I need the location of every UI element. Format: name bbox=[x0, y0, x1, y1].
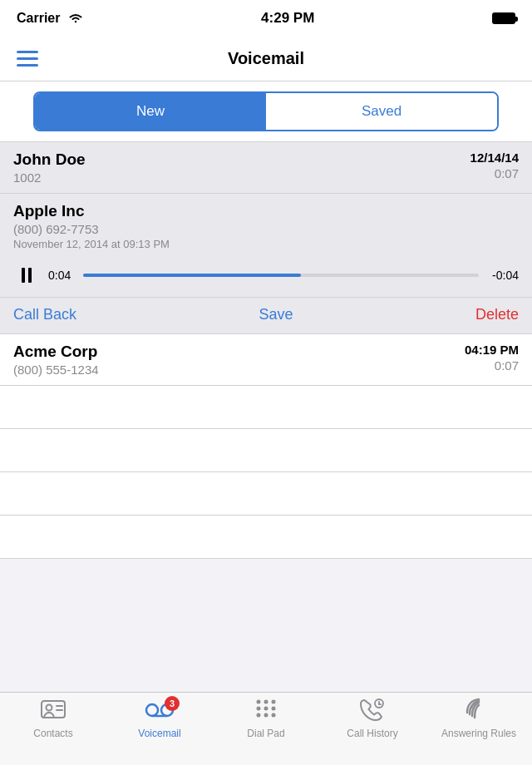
progress-bar[interactable] bbox=[83, 274, 479, 277]
segment-container: New Saved bbox=[0, 81, 532, 142]
hamburger-icon bbox=[17, 57, 38, 60]
item-right: 12/14/14 0:07 bbox=[470, 151, 519, 180]
expanded-left: Apple Inc (800) 692-7753 November 12, 20… bbox=[13, 202, 170, 250]
segment-new[interactable]: New bbox=[35, 93, 266, 130]
voicemail-icon-wrap: 3 bbox=[143, 699, 176, 724]
contact-name: Apple Inc bbox=[13, 202, 170, 220]
tab-answering-label: Answering Rules bbox=[441, 728, 516, 739]
svg-point-13 bbox=[257, 713, 261, 717]
svg-point-1 bbox=[47, 704, 52, 710]
battery-indicator bbox=[492, 12, 515, 24]
time-remaining: -0:04 bbox=[487, 269, 519, 282]
pause-icon bbox=[22, 268, 32, 283]
contacts-icon-wrap bbox=[37, 699, 70, 724]
list-item[interactable]: Acme Corp (800) 555-1234 04:19 PM 0:07 bbox=[0, 334, 532, 386]
empty-row bbox=[0, 386, 532, 429]
svg-point-11 bbox=[264, 706, 268, 710]
contact-phone: (800) 555-1234 bbox=[13, 363, 465, 377]
tab-callhistory-label: Call History bbox=[347, 728, 397, 739]
svg-point-8 bbox=[264, 699, 268, 703]
tab-answering[interactable]: Answering Rules bbox=[426, 699, 532, 739]
svg-point-10 bbox=[257, 706, 261, 710]
item-left: Acme Corp (800) 555-1234 bbox=[13, 343, 465, 377]
list-item[interactable]: John Doe 1002 12/14/14 0:07 bbox=[0, 142, 532, 194]
item-date: 04:19 PM bbox=[465, 343, 519, 357]
tab-voicemail[interactable]: 3 Voicemail bbox=[106, 699, 213, 739]
item-right: 04:19 PM 0:07 bbox=[465, 343, 519, 373]
progress-fill bbox=[83, 274, 301, 277]
svg-point-9 bbox=[272, 699, 276, 703]
status-bar: Carrier 4:29 PM bbox=[0, 0, 532, 37]
nav-bar: Voicemail bbox=[0, 37, 532, 81]
menu-button[interactable] bbox=[17, 51, 38, 67]
contact-phone: (800) 692-7753 bbox=[13, 222, 170, 236]
svg-point-7 bbox=[257, 699, 261, 703]
action-buttons: Call Back Save Delete bbox=[0, 298, 532, 334]
time-elapsed: 0:04 bbox=[48, 269, 75, 282]
tab-contacts[interactable]: Contacts bbox=[0, 699, 106, 739]
callback-button[interactable]: Call Back bbox=[13, 306, 76, 323]
segment-control: New Saved bbox=[33, 91, 499, 131]
audio-player: 0:04 -0:04 bbox=[13, 254, 519, 297]
empty-row bbox=[0, 516, 532, 559]
empty-row bbox=[0, 429, 532, 472]
tab-dialpad[interactable]: Dial Pad bbox=[213, 699, 319, 739]
tab-bar: Contacts 3 Voicemail bbox=[0, 692, 532, 765]
tab-contacts-label: Contacts bbox=[33, 728, 72, 739]
contact-name: John Doe bbox=[13, 151, 470, 169]
voicemail-list: John Doe 1002 12/14/14 0:07 Apple Inc (8… bbox=[0, 142, 532, 559]
svg-point-4 bbox=[146, 704, 158, 716]
page-title: Voicemail bbox=[228, 49, 304, 68]
svg-point-15 bbox=[272, 713, 276, 717]
tab-voicemail-label: Voicemail bbox=[138, 728, 180, 739]
item-duration: 0:07 bbox=[465, 358, 519, 373]
contacts-icon bbox=[40, 698, 66, 727]
item-duration: 0:07 bbox=[470, 166, 519, 180]
voicemail-badge: 3 bbox=[165, 696, 180, 711]
list-item-expanded[interactable]: Apple Inc (800) 692-7753 November 12, 20… bbox=[0, 194, 532, 298]
tab-dialpad-label: Dial Pad bbox=[247, 728, 284, 739]
svg-point-12 bbox=[272, 706, 276, 710]
item-date: 12/14/14 bbox=[470, 151, 519, 165]
expanded-header: Apple Inc (800) 692-7753 November 12, 20… bbox=[13, 202, 519, 250]
save-button[interactable]: Save bbox=[259, 306, 293, 323]
svg-point-14 bbox=[264, 713, 268, 717]
dialpad-icon-wrap bbox=[249, 699, 283, 724]
tab-callhistory[interactable]: Call History bbox=[319, 699, 426, 739]
carrier-label: Carrier bbox=[17, 11, 83, 26]
delete-button[interactable]: Delete bbox=[475, 306, 519, 323]
empty-row bbox=[0, 472, 532, 516]
contact-name: Acme Corp bbox=[13, 343, 465, 361]
callhistory-icon bbox=[359, 697, 386, 728]
contact-datetime: November 12, 2014 at 09:13 PM bbox=[13, 238, 170, 250]
hamburger-icon bbox=[17, 51, 38, 53]
pause-button[interactable] bbox=[13, 262, 40, 289]
dialpad-icon bbox=[254, 697, 278, 728]
contact-sub: 1002 bbox=[13, 170, 470, 185]
callhistory-icon-wrap bbox=[356, 699, 389, 724]
status-time: 4:29 PM bbox=[261, 10, 314, 27]
battery-icon bbox=[492, 12, 515, 24]
segment-saved[interactable]: Saved bbox=[266, 93, 497, 130]
item-left: John Doe 1002 bbox=[13, 151, 470, 185]
answering-icon bbox=[465, 698, 493, 727]
hamburger-icon bbox=[17, 64, 38, 67]
wifi-icon bbox=[68, 12, 83, 24]
answering-icon-wrap bbox=[462, 699, 495, 724]
